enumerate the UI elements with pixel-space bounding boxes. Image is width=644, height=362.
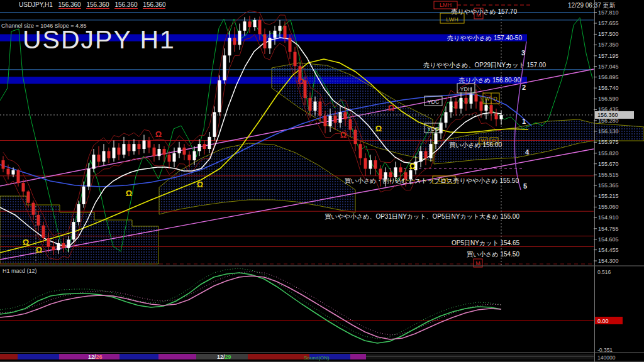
kumo-cloud (159, 143, 355, 214)
price-tick: 155.515 (598, 172, 619, 178)
candle-body (344, 112, 347, 119)
trade-note: 買い小さめ・割り込むとストップロス売りやや小さめ 155.50 (345, 177, 519, 184)
quote-bar: USDJPY,H1 156.360 156.360 156.360 156.36… (19, 1, 165, 8)
macd-axis-tick: 0.516 (597, 269, 611, 275)
pivot-box-label: LMH (440, 2, 452, 8)
session-date-label: 12/26 (88, 354, 103, 360)
candle-body (258, 20, 262, 35)
candle-body (248, 21, 252, 27)
candle-body (450, 102, 453, 112)
candle-body (435, 133, 438, 144)
omega-marker-red: Ω (155, 129, 162, 139)
pivot-box-label: YDH (460, 86, 472, 92)
candle-body (188, 155, 191, 160)
price-tick: 155.215 (598, 193, 619, 199)
last-updated: 12/29 06:37 更新 (568, 1, 616, 10)
candle-body (223, 55, 226, 80)
trade-note: OP5日NYカット 154.65 (452, 239, 519, 246)
omega-marker-red: Ω (340, 130, 347, 140)
macd-main-dotted (0, 268, 501, 339)
omega-marker-yellow: Ω (197, 180, 203, 189)
candle-body (133, 144, 136, 151)
omega-marker-yellow: Ω (375, 124, 382, 133)
zone-band (0, 77, 527, 84)
pivot-box-label: YDO (427, 126, 440, 132)
indicator-label: H1 macd (12) (3, 268, 37, 274)
trade-note: 買いやや小さめ、OP31日NYカット、OP5日NYカット大きめ 155.00 (325, 213, 519, 220)
symbol-timeframe: USDJPY,H1 (19, 1, 53, 8)
candle-body (389, 172, 392, 177)
session-segment (248, 354, 309, 359)
candle-body (339, 112, 342, 123)
candle-body (143, 140, 146, 149)
price-tick: 155.670 (598, 161, 619, 167)
candle-body (364, 158, 367, 169)
candle-body (243, 21, 247, 31)
candle-body (480, 102, 483, 111)
candle-body (304, 80, 307, 98)
candle-body (97, 155, 101, 162)
price-tick: 157.350 (598, 41, 619, 48)
candle-body (430, 144, 433, 158)
candle-body (455, 102, 458, 109)
trade-note: 買い小さめ 154.50 (467, 251, 520, 258)
candle-body (369, 160, 372, 169)
wave-number: 3 (521, 49, 525, 57)
candle-body (163, 149, 166, 155)
candle-body (72, 222, 75, 239)
macd-zero-value: 0.00 (597, 318, 609, 324)
quote-high: 156.360 (86, 1, 109, 9)
candle-body (17, 170, 20, 183)
candle-body (218, 80, 221, 112)
mt4-chart-window: LMHMLWHYDHYDCYDOWDWDLWLMΩΩΩΩΩΩΩΩΩΩ12345売… (0, 0, 644, 362)
session-segment (0, 354, 18, 359)
candle-body (103, 151, 106, 162)
candle-body (399, 167, 402, 172)
candle-body (27, 192, 30, 203)
trade-note: 売りやや小さめ、OP29日NYカット 157.00 (423, 62, 546, 69)
candle-body (374, 160, 377, 169)
candle-body (233, 38, 236, 45)
wave-number: 2 (522, 84, 526, 91)
candle-body (62, 243, 65, 248)
candle-body (465, 98, 468, 104)
candle-body (470, 94, 473, 104)
candle-body (148, 140, 151, 147)
candle-body (394, 167, 397, 177)
candle-body (138, 144, 141, 149)
price-tick: 155.975 (598, 139, 619, 145)
session-date-label: 12/29 (217, 354, 231, 360)
candle-body (284, 26, 287, 38)
omega-marker-yellow: Ω (126, 189, 132, 198)
candle-body (7, 169, 10, 175)
candle-body (309, 98, 312, 111)
candle-body (37, 215, 40, 226)
candle-body (118, 148, 121, 155)
pivot-box-label: D (493, 96, 497, 102)
price-tick: 155.060 (598, 204, 619, 210)
candle-body (113, 148, 116, 158)
candle-body (324, 116, 327, 126)
ichimoku-clouds (0, 63, 644, 264)
price-tick: 154.605 (598, 236, 619, 243)
candle-body (314, 102, 317, 111)
candle-body (158, 149, 161, 156)
candle-body (32, 203, 35, 215)
candle-body (264, 34, 267, 48)
candle-body (153, 148, 156, 156)
price-tick: 156.895 (598, 74, 619, 80)
price-tick: 157.195 (598, 53, 619, 59)
current-price-value: 156.360 (597, 112, 618, 118)
price-tick: 154.300 (598, 258, 619, 264)
candle-body (168, 155, 171, 162)
session-extra-label: Sound(ON) (304, 355, 330, 361)
candle-body (359, 144, 362, 158)
candle-body (52, 247, 55, 251)
session-segment (119, 354, 158, 359)
price-tick: 157.500 (598, 31, 619, 37)
session-segment (18, 354, 59, 359)
candle-body (289, 38, 292, 52)
candle-body (445, 112, 448, 123)
candle-body (92, 155, 96, 169)
candle-body (500, 115, 503, 119)
